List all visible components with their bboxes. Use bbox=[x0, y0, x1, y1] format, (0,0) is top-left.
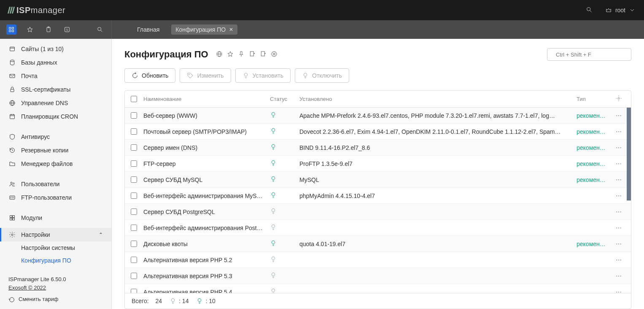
bulb-off-icon bbox=[170, 298, 176, 304]
row-menu-icon[interactable]: ⋯ bbox=[612, 289, 625, 293]
user-menu[interactable]: root bbox=[605, 7, 636, 14]
row-checkbox[interactable] bbox=[131, 144, 137, 151]
sidebar-item-label: Модули bbox=[21, 214, 42, 221]
sidebar-item-backup[interactable]: Резервные копии bbox=[0, 144, 111, 157]
sidebar-item-site[interactable]: Сайты (1 из 10) bbox=[0, 42, 111, 56]
svg-line-42 bbox=[275, 52, 275, 53]
row-checkbox[interactable] bbox=[131, 209, 137, 215]
row-checkbox[interactable] bbox=[131, 192, 137, 199]
svg-point-48 bbox=[618, 98, 620, 99]
version-label: ISPmanager Lite 6.50.0 bbox=[8, 275, 103, 284]
menu-tree-icon[interactable] bbox=[6, 24, 16, 35]
clipboard-icon[interactable] bbox=[43, 24, 54, 35]
row-checkbox[interactable] bbox=[131, 225, 137, 231]
s-box-icon[interactable]: S bbox=[62, 24, 72, 35]
column-type-header[interactable]: Тип bbox=[577, 96, 612, 102]
sidebar-item-ssl[interactable]: SSL-сертификаты bbox=[0, 83, 111, 96]
edit-button[interactable]: Изменить bbox=[180, 68, 231, 83]
row-menu-icon[interactable]: ⋯ bbox=[612, 273, 625, 279]
row-menu-icon[interactable]: ⋯ bbox=[612, 257, 625, 263]
sidebar-sub-system-settings[interactable]: Настройки системы bbox=[0, 241, 111, 254]
scrollbar[interactable] bbox=[627, 108, 631, 201]
table-row[interactable]: Альтернативная версия PHP 5.4⋯ bbox=[125, 284, 631, 293]
copy-out-icon[interactable] bbox=[260, 51, 267, 59]
svg-point-14 bbox=[10, 60, 14, 62]
row-installed: Apache MPM-Prefork 2.4.6-93.el7.centos, … bbox=[299, 112, 577, 119]
copy-in-icon[interactable] bbox=[249, 51, 256, 59]
table-row[interactable]: Альтернативная версия PHP 5.2⋯ bbox=[125, 252, 631, 268]
globe-icon[interactable] bbox=[216, 51, 223, 59]
sidebar-sub-software-config[interactable]: Конфигурация ПО bbox=[0, 254, 111, 267]
table-row[interactable]: Сервер СУБД PostgreSQL⋯ bbox=[125, 204, 631, 220]
table-row[interactable]: Альтернативная версия PHP 5.3⋯ bbox=[125, 268, 631, 284]
logo[interactable]: ISPmanager bbox=[8, 5, 65, 15]
row-checkbox[interactable] bbox=[131, 289, 137, 293]
close-icon[interactable]: ✕ bbox=[229, 27, 233, 33]
sidebar-item-mail[interactable]: Почта bbox=[0, 69, 111, 83]
star-outline-icon[interactable] bbox=[227, 51, 234, 59]
svg-rect-37 bbox=[250, 52, 253, 56]
row-checkbox[interactable] bbox=[131, 112, 137, 119]
dns-icon bbox=[8, 99, 16, 107]
search-input[interactable] bbox=[556, 52, 627, 58]
page-search[interactable] bbox=[547, 48, 631, 61]
pin-icon[interactable] bbox=[238, 51, 245, 59]
row-checkbox[interactable] bbox=[131, 128, 137, 135]
star-icon[interactable] bbox=[25, 24, 35, 35]
column-name-header[interactable]: Наименование bbox=[143, 96, 270, 102]
install-button[interactable]: Установить bbox=[235, 68, 291, 83]
row-installed: MySQL bbox=[299, 176, 577, 183]
row-menu-icon[interactable]: ⋯ bbox=[612, 144, 625, 151]
breadcrumb-home[interactable]: Главная bbox=[133, 24, 164, 35]
row-menu-icon[interactable]: ⋯ bbox=[612, 209, 625, 215]
table-row[interactable]: FTP-серверProFTP 1.3.5e-9.el7рекомен…⋯ bbox=[125, 156, 631, 172]
sidebar-item-ftp[interactable]: FTPFTP-пользователи bbox=[0, 191, 111, 204]
select-all-checkbox[interactable] bbox=[131, 96, 137, 102]
search-sidebar-icon[interactable] bbox=[95, 24, 105, 35]
table-row[interactable]: Дисковые квотыquota 4.01-19.el7рекомен…⋯ bbox=[125, 236, 631, 252]
row-checkbox[interactable] bbox=[131, 176, 137, 183]
breadcrumb-active-label: Конфигурация ПО bbox=[175, 26, 226, 33]
column-status-header[interactable]: Статус bbox=[270, 96, 299, 102]
row-checkbox[interactable] bbox=[131, 241, 137, 247]
gear-column-icon[interactable] bbox=[612, 95, 625, 103]
help-icon[interactable] bbox=[271, 51, 278, 59]
table-row[interactable]: Почтовый сервер (SMTP/POP3/IMAP)Dovecot … bbox=[125, 124, 631, 140]
svg-rect-29 bbox=[10, 216, 12, 218]
table-row[interactable]: Веб-интерфейс администрирования Postg…⋯ bbox=[125, 220, 631, 236]
row-menu-icon[interactable]: ⋯ bbox=[612, 192, 625, 199]
column-installed-header[interactable]: Установлено bbox=[299, 96, 577, 102]
refresh-button[interactable]: Обновить bbox=[124, 68, 175, 83]
row-checkbox[interactable] bbox=[131, 160, 137, 167]
row-checkbox[interactable] bbox=[131, 273, 137, 279]
sidebar-item-mod[interactable]: Модули bbox=[0, 211, 111, 225]
footer-off-count: : 14 bbox=[179, 298, 189, 304]
table-row[interactable]: Веб-сервер (WWW)Apache MPM-Prefork 2.4.6… bbox=[125, 108, 631, 124]
row-menu-icon[interactable]: ⋯ bbox=[612, 176, 625, 183]
sidebar-item-av[interactable]: Антивирус bbox=[0, 130, 111, 144]
row-menu-icon[interactable]: ⋯ bbox=[612, 128, 625, 135]
table-row[interactable]: Сервер имен (DNS)BIND 9.11.4-16.P2.el7_8… bbox=[125, 140, 631, 156]
sidebar-item-dns[interactable]: Управление DNS bbox=[0, 96, 111, 110]
refresh-label: Обновить bbox=[142, 72, 168, 79]
sidebar-item-db[interactable]: Базы данных bbox=[0, 56, 111, 69]
search-icon[interactable] bbox=[586, 6, 593, 14]
row-menu-icon[interactable]: ⋯ bbox=[612, 160, 625, 167]
sidebar-item-users[interactable]: Пользователи bbox=[0, 177, 111, 191]
bulb-status-icon bbox=[270, 111, 277, 118]
row-menu-icon[interactable]: ⋯ bbox=[612, 225, 625, 231]
row-menu-icon[interactable]: ⋯ bbox=[612, 241, 625, 247]
disable-button[interactable]: Отключить bbox=[295, 68, 349, 83]
total-value: 24 bbox=[156, 298, 162, 304]
table-row[interactable]: Сервер СУБД MySQLMySQLрекомен…⋯ bbox=[125, 172, 631, 188]
table-row[interactable]: Веб-интерфейс администрирования MyS…phpM… bbox=[125, 188, 631, 204]
breadcrumb-active-tab[interactable]: Конфигурация ПО ✕ bbox=[171, 24, 237, 35]
svg-text:S: S bbox=[66, 28, 68, 31]
row-menu-icon[interactable]: ⋯ bbox=[612, 112, 625, 119]
sidebar-settings-header[interactable]: Настройки ⌃ bbox=[0, 228, 111, 241]
row-checkbox[interactable] bbox=[131, 257, 137, 263]
sidebar-item-cron[interactable]: Планировщик CRON bbox=[0, 110, 111, 123]
sidebar-item-fm[interactable]: Менеджер файлов bbox=[0, 157, 111, 171]
copyright-link[interactable]: Exosoft © 2022 bbox=[8, 285, 46, 291]
change-tariff-button[interactable]: Сменить тариф bbox=[8, 295, 103, 304]
